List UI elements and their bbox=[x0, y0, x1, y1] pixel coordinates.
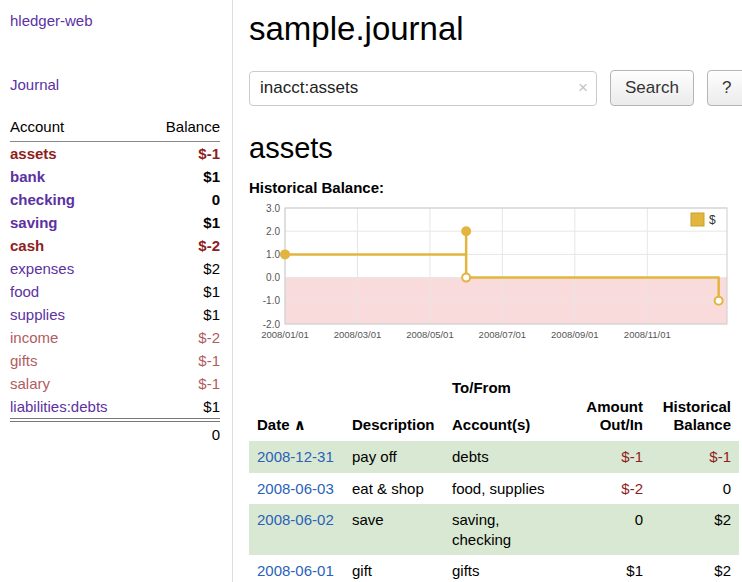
svg-text:1.0: 1.0 bbox=[266, 249, 280, 260]
transaction-date-link[interactable]: 2008-06-01 bbox=[257, 562, 334, 579]
account-balance: $-2 bbox=[145, 326, 220, 349]
accounts-table: Account Balance assets $-1 bank $1 check… bbox=[10, 114, 220, 446]
account-row-bank: bank $1 bbox=[10, 165, 220, 188]
svg-text:2008/09/01: 2008/09/01 bbox=[551, 329, 599, 340]
transaction-accounts: food, supplies bbox=[444, 473, 574, 505]
account-heading: assets bbox=[249, 132, 742, 165]
account-balance: $-1 bbox=[145, 372, 220, 395]
accounts-total: 0 bbox=[145, 420, 220, 446]
account-balance: $1 bbox=[145, 395, 220, 420]
transaction-accounts: debts bbox=[444, 441, 574, 473]
transaction-date-link[interactable]: 2008-06-02 bbox=[257, 511, 334, 528]
account-row-food: food $1 bbox=[10, 280, 220, 303]
account-balance: $2 bbox=[145, 257, 220, 280]
col-date-label: Date bbox=[257, 416, 290, 433]
account-row-liabilities-debts: liabilities:debts $1 bbox=[10, 395, 220, 420]
transactions-table: Date ∧ Description To/From Account(s) Am… bbox=[249, 358, 739, 582]
search-box: × bbox=[249, 71, 597, 106]
account-balance: $1 bbox=[145, 211, 220, 234]
app-window: hledger-web Journal Account Balance asse… bbox=[0, 0, 742, 582]
transaction-description: eat & shop bbox=[344, 473, 444, 505]
account-link[interactable]: cash bbox=[10, 237, 44, 254]
page-title: sample.journal bbox=[249, 10, 742, 48]
transaction-amount: 0 bbox=[574, 504, 651, 555]
col-amount-label-line1: Amount bbox=[586, 398, 643, 415]
transaction-balance: $2 bbox=[651, 555, 739, 582]
account-row-expenses: expenses $2 bbox=[10, 257, 220, 280]
transaction-amount: $-2 bbox=[574, 473, 651, 505]
account-row-salary: salary $-1 bbox=[10, 372, 220, 395]
transactions-header-row: Date ∧ Description To/From Account(s) Am… bbox=[249, 358, 739, 441]
accounts-header-balance: Balance bbox=[145, 114, 220, 142]
sidebar: hledger-web Journal Account Balance asse… bbox=[0, 0, 233, 582]
account-balance: $1 bbox=[145, 165, 220, 188]
help-button[interactable]: ? bbox=[707, 70, 742, 106]
svg-text:3.0: 3.0 bbox=[266, 203, 280, 214]
account-balance: $-1 bbox=[145, 349, 220, 372]
nav-journal: Journal bbox=[10, 76, 220, 94]
account-link[interactable]: food bbox=[10, 283, 39, 300]
account-row-checking: checking 0 bbox=[10, 188, 220, 211]
account-link[interactable]: bank bbox=[10, 168, 45, 185]
search-form: × Search ? bbox=[249, 70, 742, 106]
svg-text:2.0: 2.0 bbox=[266, 226, 280, 237]
account-balance: $1 bbox=[145, 303, 220, 326]
transaction-row: 2008-12-31 pay off debts $-1 $-1 bbox=[249, 441, 739, 473]
account-link[interactable]: liabilities:debts bbox=[10, 398, 108, 415]
svg-text:2008/03/01: 2008/03/01 bbox=[334, 329, 382, 340]
account-link[interactable]: gifts bbox=[10, 352, 38, 369]
svg-text:2008/05/01: 2008/05/01 bbox=[406, 329, 454, 340]
account-link[interactable]: income bbox=[10, 329, 58, 346]
sort-asc-icon: ∧ bbox=[294, 416, 306, 433]
transaction-accounts: gifts bbox=[444, 555, 574, 582]
accounts-header-row: Account Balance bbox=[10, 114, 220, 142]
transaction-row: 2008-06-01 gift gifts $1 $2 bbox=[249, 555, 739, 582]
account-link[interactable]: assets bbox=[10, 145, 57, 162]
svg-text:2008/11/01: 2008/11/01 bbox=[624, 329, 671, 340]
transaction-date-link[interactable]: 2008-12-31 bbox=[257, 448, 334, 465]
account-link[interactable]: salary bbox=[10, 375, 50, 392]
svg-text:$: $ bbox=[709, 213, 716, 227]
account-row-supplies: supplies $1 bbox=[10, 303, 220, 326]
svg-text:2008/07/01: 2008/07/01 bbox=[479, 329, 527, 340]
main-content: sample.journal × Search ? assets Histori… bbox=[233, 0, 742, 582]
account-link[interactable]: expenses bbox=[10, 260, 74, 277]
col-historical-label-line1: Historical bbox=[663, 398, 731, 415]
chart-title: Historical Balance: bbox=[249, 179, 742, 196]
svg-text:2008/01/01: 2008/01/01 bbox=[261, 329, 309, 340]
col-header-accounts: To/From Account(s) bbox=[444, 358, 574, 441]
svg-text:-1.0: -1.0 bbox=[263, 295, 281, 306]
nav-journal-link[interactable]: Journal bbox=[10, 76, 59, 93]
search-clear-icon[interactable]: × bbox=[578, 78, 588, 98]
account-link[interactable]: checking bbox=[10, 191, 75, 208]
transaction-date-link[interactable]: 2008-06-03 bbox=[257, 480, 334, 497]
col-header-historical: Historical Balance bbox=[651, 358, 739, 441]
col-accounts-label-line2: Account(s) bbox=[452, 416, 530, 433]
account-row-assets: assets $-1 bbox=[10, 142, 220, 166]
col-historical-label-line2: Balance bbox=[673, 416, 731, 433]
accounts-header-account: Account bbox=[10, 114, 145, 142]
transaction-balance: 0 bbox=[651, 473, 739, 505]
balance-chart: 3.02.01.00.0-1.0-2.02008/01/012008/03/01… bbox=[249, 200, 737, 348]
account-balance: $1 bbox=[145, 280, 220, 303]
account-row-saving: saving $1 bbox=[10, 211, 220, 234]
accounts-total-row: 0 bbox=[10, 420, 220, 446]
col-header-description: Description bbox=[344, 358, 444, 441]
transaction-amount: $1 bbox=[574, 555, 651, 582]
account-balance: $-1 bbox=[145, 142, 220, 166]
svg-text:-2.0: -2.0 bbox=[263, 319, 281, 330]
search-input[interactable] bbox=[249, 71, 597, 106]
account-row-gifts: gifts $-1 bbox=[10, 349, 220, 372]
account-row-cash: cash $-2 bbox=[10, 234, 220, 257]
account-link[interactable]: supplies bbox=[10, 306, 65, 323]
account-link[interactable]: saving bbox=[10, 214, 58, 231]
svg-text:0.0: 0.0 bbox=[266, 272, 280, 283]
transaction-row: 2008-06-02 save saving, checking 0 $2 bbox=[249, 504, 739, 555]
transaction-balance: $-1 bbox=[651, 441, 739, 473]
col-header-date[interactable]: Date ∧ bbox=[249, 358, 344, 441]
col-header-amount: Amount Out/In bbox=[574, 358, 651, 441]
search-button[interactable]: Search bbox=[610, 70, 694, 106]
col-amount-label-line2: Out/In bbox=[600, 416, 643, 433]
account-balance: 0 bbox=[145, 188, 220, 211]
app-title-link[interactable]: hledger-web bbox=[10, 12, 93, 29]
